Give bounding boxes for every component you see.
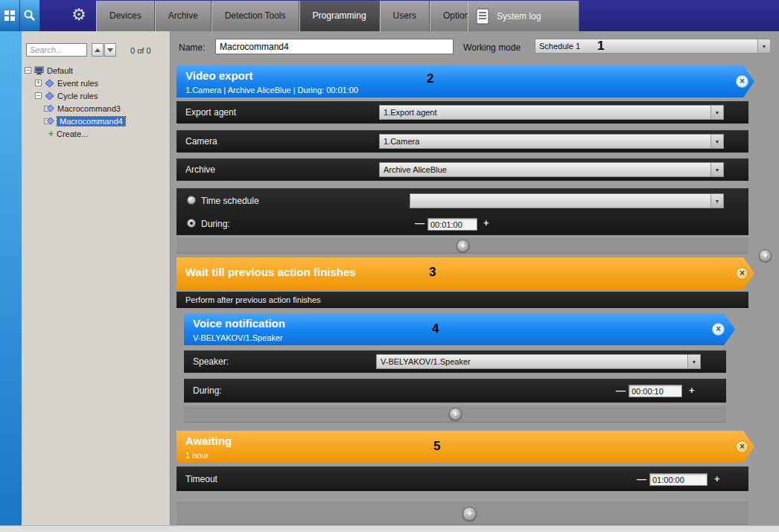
camera-dropdown[interactable]: 1.Camera ▼: [379, 134, 724, 149]
minus-button[interactable]: —: [616, 385, 626, 396]
schedule-during-row: Time schedule ▼ During: — +: [177, 188, 748, 235]
minus-button[interactable]: —: [415, 217, 425, 228]
name-label: Name:: [179, 42, 205, 53]
during-label[interactable]: During:: [201, 219, 230, 229]
close-button[interactable]: ×: [736, 267, 748, 280]
voice-during-input[interactable]: [629, 385, 682, 397]
dropdown-button[interactable]: ▼: [757, 39, 770, 53]
tab-devices[interactable]: Devices: [96, 1, 155, 31]
tree-item-macrocommand4[interactable]: Macrocommand4: [22, 115, 171, 127]
during-value-input[interactable]: [427, 218, 477, 231]
macro-tree-panel: 0 of 0 − Default + Event rules − Cycle r…: [22, 31, 171, 525]
tab-users[interactable]: Users: [380, 1, 430, 31]
dropdown-button[interactable]: ▼: [710, 106, 723, 119]
wait-note: Perform after previous action finishes: [185, 295, 321, 304]
add-action-button[interactable]: +: [449, 408, 462, 420]
settings-gear-icon[interactable]: ⚙: [71, 5, 86, 25]
time-schedule-radio[interactable]: [187, 196, 196, 205]
video-export-block: Video export 1.Camera | Archive AliceBlu…: [177, 65, 754, 254]
search-icon: [23, 9, 36, 22]
macro-editor-panel: Name: Working mode Schedule 1 ▼ Video ex…: [171, 31, 779, 525]
dropdown-button[interactable]: ▼: [710, 135, 723, 148]
tree-item-event-rules[interactable]: + Event rules: [22, 77, 171, 89]
system-log-button[interactable]: System log: [468, 1, 579, 31]
speaker-dropdown[interactable]: V-BELYAKOV/1.Speaker ▼: [376, 354, 701, 369]
tree-item-cycle-rules[interactable]: − Cycle rules: [22, 89, 171, 102]
dropdown-button[interactable]: ▼: [687, 355, 700, 368]
tree-label-macrocommand4-selected: Macrocommand4: [57, 117, 125, 126]
plus-button[interactable]: +: [483, 217, 489, 228]
expand-icon[interactable]: +: [35, 80, 42, 86]
video-export-subtitle: 1.Camera | Archive AliceBlue | During: 0…: [185, 86, 358, 94]
tree-item-default[interactable]: − Default: [22, 64, 171, 77]
camera-value: 1.Camera: [384, 137, 419, 146]
search-tile-button[interactable]: [20, 0, 40, 31]
add-block-button[interactable]: +: [462, 507, 477, 521]
tab-detection-tools[interactable]: Detection Tools: [212, 1, 299, 31]
during-radio[interactable]: [187, 219, 196, 228]
apps-grid-button[interactable]: [0, 0, 20, 31]
speaker-label: Speaker:: [193, 356, 229, 367]
wait-header[interactable]: Wait till previous action finishes ×: [177, 257, 754, 289]
add-icon: +: [48, 129, 54, 139]
tree-item-create[interactable]: + Create...: [22, 127, 171, 140]
working-mode-value: Schedule 1: [539, 42, 580, 51]
tree-item-macrocommand3[interactable]: Macrocommand3: [22, 102, 171, 115]
window-bottom-edge: [0, 525, 779, 532]
tree-label-create: Create...: [57, 129, 88, 138]
timeout-input[interactable]: [649, 473, 708, 486]
left-accent-strip: [0, 31, 22, 525]
collapse-icon[interactable]: −: [35, 92, 42, 99]
archive-dropdown[interactable]: Archive AliceBlue ▼: [379, 162, 724, 177]
plus-button[interactable]: +: [714, 473, 720, 484]
close-button[interactable]: ×: [712, 323, 725, 336]
search-next-button[interactable]: [104, 43, 116, 57]
time-schedule-label[interactable]: Time schedule: [201, 196, 259, 206]
timeout-label: Timeout: [185, 474, 217, 484]
camera-row: Camera 1.Camera ▼: [177, 130, 748, 153]
rule-icon: [45, 92, 54, 100]
dropdown-button[interactable]: ▼: [710, 194, 723, 208]
search-input[interactable]: [26, 43, 87, 57]
system-log-label: System log: [497, 11, 541, 22]
voice-header[interactable]: Voice notification V-BELYAKOV/1.Speaker …: [184, 313, 735, 345]
time-schedule-dropdown[interactable]: ▼: [410, 193, 724, 208]
export-agent-label: Export agent: [185, 107, 236, 118]
tab-programming[interactable]: Programming: [299, 1, 380, 31]
archive-label: Archive: [185, 164, 215, 175]
awaiting-subtitle: 1 hour: [185, 451, 209, 460]
collapse-icon[interactable]: −: [25, 67, 31, 74]
plus-button[interactable]: +: [689, 385, 695, 396]
add-action-button[interactable]: +: [457, 240, 469, 252]
dropdown-arrow-icon: ▼: [715, 139, 720, 144]
awaiting-block: Awaiting 1 hour × Timeout — +: [177, 431, 754, 491]
close-button[interactable]: ×: [736, 75, 748, 88]
search-match-counter: 0 of 0: [130, 46, 151, 55]
speaker-row: Speaker: V-BELYAKOV/1.Speaker ▼: [184, 350, 726, 373]
tree-label-cycle-rules: Cycle rules: [57, 92, 98, 100]
add-branch-button[interactable]: +: [759, 249, 772, 262]
voice-subtitle: V-BELYAKOV/1.Speaker: [193, 333, 283, 342]
dropdown-button[interactable]: ▼: [710, 163, 723, 176]
close-button[interactable]: ×: [736, 440, 748, 453]
tab-archive[interactable]: Archive: [155, 1, 212, 31]
tab-bar: Devices Archive Detection Tools Programm…: [96, 1, 487, 31]
tree-label-event-rules: Event rules: [57, 79, 98, 88]
working-mode-dropdown[interactable]: Schedule 1 ▼: [535, 39, 771, 54]
wait-block: Wait till previous action finishes × Per…: [177, 257, 754, 310]
wait-title: Wait till previous action finishes: [185, 266, 356, 278]
chevron-down-icon: [107, 48, 113, 52]
computer-icon: [34, 66, 44, 75]
voice-title: Voice notification: [193, 317, 285, 330]
video-export-header[interactable]: Video export 1.Camera | Archive AliceBlu…: [177, 65, 754, 97]
callout-4: 4: [432, 321, 439, 336]
export-agent-dropdown[interactable]: 1.Export agent ▼: [379, 105, 724, 120]
corner-launcher: [0, 0, 40, 31]
minus-button[interactable]: —: [637, 473, 646, 484]
search-prev-button[interactable]: [92, 43, 104, 57]
macro-icon: [44, 104, 54, 113]
awaiting-header[interactable]: Awaiting 1 hour ×: [177, 431, 754, 463]
macro-name-input[interactable]: [215, 39, 454, 54]
document-icon: [476, 8, 489, 25]
archive-row: Archive Archive AliceBlue ▼: [177, 158, 748, 181]
